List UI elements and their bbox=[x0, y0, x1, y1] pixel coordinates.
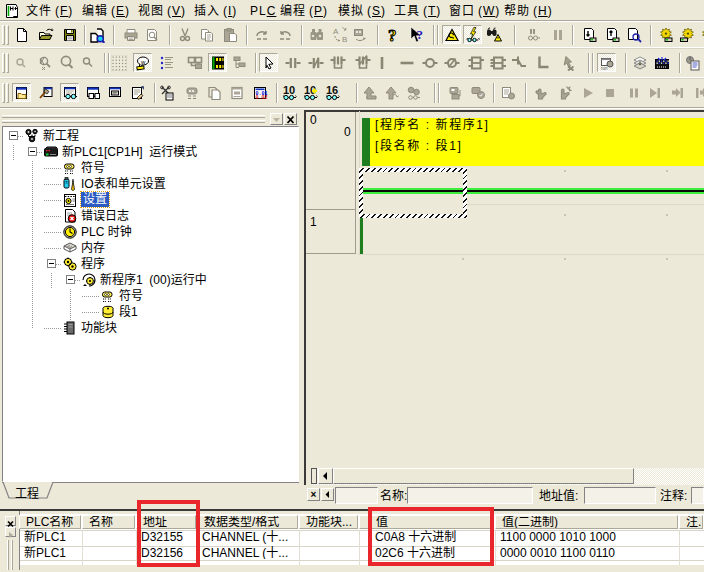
svg-text:?: ? bbox=[417, 27, 424, 42]
svg-text:16: 16 bbox=[326, 85, 338, 96]
svg-text:run: run bbox=[601, 66, 608, 71]
svg-text:w: w bbox=[140, 59, 146, 65]
svg-text:10: 10 bbox=[283, 85, 295, 96]
svg-text:B: B bbox=[342, 35, 347, 43]
svg-text:?: ? bbox=[388, 27, 397, 43]
svg-text:A: A bbox=[333, 27, 339, 36]
svg-text:0.02: 0.02 bbox=[256, 95, 268, 101]
